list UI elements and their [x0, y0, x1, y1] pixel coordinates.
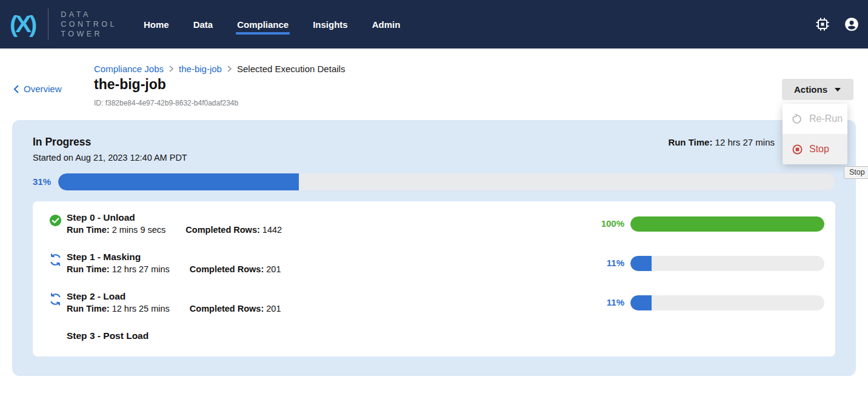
menu-item-stop[interactable]: Stop: [783, 134, 847, 164]
step-run-time-value: 12 hrs 27 mins: [112, 264, 170, 274]
execution-panel: In Progress Started on Aug 21, 2023 12:4…: [12, 120, 856, 376]
step-run-time-label: Run Time:: [67, 304, 110, 313]
sync-running-icon: [49, 293, 62, 306]
step-rows-label: Completed Rows:: [190, 304, 264, 313]
step-run-time-label: Run Time:: [67, 264, 110, 274]
nav-item-admin[interactable]: Admin: [372, 13, 401, 36]
step-progress-bar: [630, 295, 824, 310]
caret-down-icon: [834, 87, 841, 92]
execution-start-time: Started on Aug 21, 2023 12:40 AM PDT: [33, 153, 187, 162]
step-run-time-value: 12 hrs 25 mins: [112, 304, 170, 313]
step-name: Step 0 - Unload: [67, 212, 135, 223]
rerun-icon: [792, 114, 803, 124]
delphix-logo[interactable]: (X): [10, 1, 35, 47]
actions-dropdown-menu: Re-Run Stop: [783, 104, 847, 164]
brand-line: TOWER: [61, 29, 117, 39]
execution-status: In Progress: [33, 136, 91, 149]
chevron-left-icon: [13, 85, 19, 93]
menu-item-rerun-label: Re-Run: [809, 113, 843, 124]
nav-item-data[interactable]: Data: [193, 13, 213, 36]
actions-button[interactable]: Actions: [782, 79, 853, 100]
brand-line: CONTROL: [61, 19, 117, 29]
step-progress-bar: [630, 216, 824, 232]
page-title: the-big-job: [94, 76, 166, 93]
execution-run-time: Run Time: 12 hrs 27 mins: [668, 137, 775, 147]
step-rows-value: 1442: [262, 225, 282, 235]
execution-id: ID: f382be84-4e97-42b9-8632-b4f0adaf234b: [94, 99, 238, 107]
step-row-0: Step 0 - Unload Run Time: 2 mins 9 secs …: [33, 212, 835, 245]
breadcrumb: Compliance Jobs the-big-job Selected Exe…: [94, 64, 345, 74]
step-name: Step 1 - Masking: [67, 252, 141, 263]
step-name: Step 2 - Load: [67, 291, 125, 302]
brand-line: DATA: [61, 10, 117, 19]
steps-card: Step 0 - Unload Run Time: 2 mins 9 secs …: [33, 201, 835, 357]
back-to-overview-link[interactable]: Overview: [13, 84, 62, 94]
main-nav: Home Data Compliance Insights Admin: [144, 13, 400, 36]
user-account-icon[interactable]: [844, 16, 860, 32]
run-time-label: Run Time:: [668, 137, 712, 147]
brand-divider: [48, 8, 48, 40]
api-chip-icon[interactable]: [815, 16, 830, 32]
step-row-1: Step 1 - Masking Run Time: 12 hrs 27 min…: [33, 252, 835, 284]
step-progress-fill: [630, 295, 652, 310]
step-progress-percent: 11%: [594, 297, 624, 307]
run-time-value: 12 hrs 27 mins: [715, 137, 775, 147]
stop-tooltip: Stop: [844, 166, 868, 179]
breadcrumb-the-big-job[interactable]: the-big-job: [179, 64, 222, 74]
actions-button-label: Actions: [794, 84, 827, 95]
step-rows-label: Completed Rows:: [190, 264, 264, 274]
menu-item-stop-label: Stop: [809, 144, 829, 155]
step-progress-percent: 100%: [594, 218, 624, 229]
nav-item-compliance[interactable]: Compliance: [237, 13, 289, 36]
step-run-time-value: 2 mins 9 secs: [112, 225, 166, 235]
step-progress-percent: 11%: [594, 258, 624, 268]
top-navbar: (X) DATA CONTROL TOWER Home Data Complia…: [0, 0, 868, 49]
breadcrumb-separator-icon: [169, 65, 173, 72]
step-rows-value: 201: [266, 264, 281, 274]
stop-icon: [792, 144, 803, 155]
step-name: Step 3 - Post Load: [67, 330, 149, 341]
back-link-label: Overview: [24, 84, 62, 94]
step-details: Run Time: 12 hrs 27 mins Completed Rows:…: [67, 264, 281, 274]
menu-item-rerun[interactable]: Re-Run: [783, 104, 847, 134]
sync-running-icon: [49, 253, 62, 266]
step-progress-fill: [630, 216, 824, 232]
nav-item-insights[interactable]: Insights: [313, 13, 348, 36]
overall-progress-percent: 31%: [33, 176, 56, 187]
breadcrumb-separator-icon: [227, 65, 232, 72]
step-run-time-label: Run Time:: [67, 225, 110, 235]
step-progress-bar: [630, 256, 824, 271]
step-progress-fill: [630, 256, 652, 271]
navbar-right: [815, 0, 868, 49]
breadcrumb-current: Selected Execution Details: [237, 64, 345, 74]
nav-item-home[interactable]: Home: [144, 13, 169, 36]
overall-progress-fill: [58, 173, 299, 190]
step-rows-label: Completed Rows:: [185, 225, 259, 235]
step-rows-value: 201: [266, 304, 281, 313]
overall-progress-bar: [58, 173, 835, 190]
brand-name: DATA CONTROL TOWER: [61, 10, 117, 39]
step-row-3: Step 3 - Post Load: [33, 330, 835, 363]
step-row-2: Step 2 - Load Run Time: 12 hrs 25 mins C…: [33, 291, 835, 324]
step-details: Run Time: 12 hrs 25 mins Completed Rows:…: [67, 304, 281, 313]
check-circle-icon: [49, 214, 62, 227]
breadcrumb-compliance-jobs[interactable]: Compliance Jobs: [94, 64, 164, 74]
step-details: Run Time: 2 mins 9 secs Completed Rows: …: [67, 225, 282, 235]
